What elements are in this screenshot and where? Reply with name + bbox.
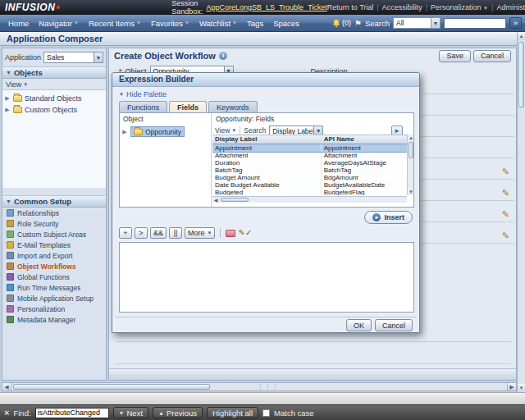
menu-home[interactable]: Home xyxy=(3,17,34,30)
table-row[interactable]: Budgeted BudgetedFlag xyxy=(212,189,407,195)
table-row[interactable]: BatchTag BatchTag xyxy=(212,167,407,174)
menu-watchlist[interactable]: Watchlist▼ xyxy=(194,17,242,30)
expand-icon[interactable]: ▶ xyxy=(121,129,128,135)
expand-icon[interactable]: ▶ xyxy=(4,95,11,102)
accessibility-link[interactable]: Accessibility xyxy=(382,3,422,11)
cancel-button[interactable]: Cancel xyxy=(473,50,511,62)
sidebar-item-run-time-messages[interactable]: Run Time Messages xyxy=(2,282,106,293)
table-row[interactable]: Appointment Appointment xyxy=(212,144,407,152)
notifications-button[interactable]: (0) xyxy=(332,19,351,28)
sidebar-item-email-templates[interactable]: E-Mail Templates xyxy=(2,240,106,250)
column-header-api-name[interactable]: API Name xyxy=(322,135,407,144)
page-vertical-scrollbar[interactable]: ▲ ▼ xyxy=(517,32,525,392)
scroll-up-icon[interactable]: ▲ xyxy=(518,32,525,40)
edit-icon[interactable]: ✎ xyxy=(502,231,509,240)
page-horizontal-scrollbar[interactable]: ◀ ⋮⋮⋮ ▶ xyxy=(2,382,517,391)
scroll-down-icon[interactable]: ▼ xyxy=(518,384,525,392)
sidebar-item-personalization[interactable]: Personalization xyxy=(2,304,106,314)
global-search-input[interactable] xyxy=(444,18,506,29)
administration-menu[interactable]: Administration ▼ xyxy=(496,3,525,11)
scrollbar-thumb[interactable] xyxy=(221,198,249,202)
table-horizontal-scrollbar[interactable]: ◀ xyxy=(212,196,407,203)
menu-spaces[interactable]: Spaces xyxy=(268,17,304,30)
scroll-down-icon[interactable]: ▼ xyxy=(408,189,414,195)
dialog-actions: OK Cancel xyxy=(346,319,413,331)
scrollbar-thumb[interactable] xyxy=(13,384,210,390)
objects-panel-title: Objects xyxy=(14,68,43,77)
match-case-checkbox[interactable] xyxy=(262,409,270,417)
operator-plus-button[interactable]: + xyxy=(119,227,132,239)
sidebar-item-import-export[interactable]: Import and Export xyxy=(2,250,106,261)
search-scope-dropdown[interactable]: All ▼ xyxy=(393,17,441,29)
more-operators-button[interactable]: More ▼ xyxy=(185,227,215,239)
application-dropdown[interactable]: Sales ▼ xyxy=(43,52,103,63)
close-icon[interactable]: × xyxy=(4,409,9,418)
ok-button[interactable]: OK xyxy=(346,319,372,331)
fields-view-menu[interactable]: View ▼ xyxy=(215,126,236,135)
background-form-rows: ✎ ✎ ✎ ✎ xyxy=(421,73,514,244)
expression-textarea[interactable] xyxy=(119,242,414,313)
collapse-icon[interactable]: ▼ xyxy=(6,70,11,75)
menu-favorites[interactable]: Favorites▼ xyxy=(146,17,194,30)
search-go-button[interactable]: » xyxy=(509,17,522,29)
operator-or-button[interactable]: || xyxy=(169,227,182,239)
scroll-up-icon[interactable]: ▲ xyxy=(408,135,414,141)
session-sandbox-link[interactable]: AppCoreLongSB_LS_Trouble_Ticket xyxy=(206,3,326,11)
dialog-cancel-button[interactable]: Cancel xyxy=(375,319,413,331)
objects-view-menu[interactable]: View ▼ xyxy=(2,79,106,90)
personalization-menu[interactable]: Personalization ▼ xyxy=(431,3,488,11)
table-row[interactable]: Budget Amount BdgAmount xyxy=(212,174,407,181)
tree-item-standard-objects[interactable]: ▶ Standard Objects xyxy=(4,93,104,104)
return-to-trial-link[interactable]: Return to Trial xyxy=(327,3,374,11)
sidebar-item-custom-subject-areas[interactable]: Custom Subject Areas xyxy=(2,229,106,240)
edit-icon[interactable]: ✎ xyxy=(502,167,509,176)
table-row[interactable]: Date Budget Available BudgetAvailableDat… xyxy=(212,181,407,189)
tab-fields[interactable]: Fields xyxy=(169,101,207,113)
edit-icon[interactable]: ✎ xyxy=(502,210,509,218)
collapse-icon[interactable]: ▼ xyxy=(6,199,11,204)
operator-and-button[interactable]: && xyxy=(150,227,167,239)
scroll-left-icon[interactable]: ◀ xyxy=(212,197,219,203)
scroll-left-icon[interactable]: ◀ xyxy=(2,383,11,390)
save-button[interactable]: Save xyxy=(439,50,471,62)
flag-icon[interactable]: ⚑ xyxy=(354,19,362,28)
menu-navigator[interactable]: Navigator▼ xyxy=(34,17,84,30)
sidebar-item-object-workflows[interactable]: Object Workflows xyxy=(2,261,106,272)
column-header-display-label[interactable]: Display Label xyxy=(212,135,322,144)
table-row[interactable]: Attachment Attachment xyxy=(212,152,407,159)
hide-palette-link[interactable]: ▼ Hide Palette xyxy=(119,90,167,98)
insert-button[interactable]: ▸ Insert xyxy=(364,211,413,224)
menu-recent-items[interactable]: Recent Items▼ xyxy=(84,17,146,30)
tab-functions[interactable]: Functions xyxy=(119,101,167,113)
operator-greater-than-button[interactable]: > xyxy=(135,227,148,239)
find-next-button[interactable]: ▼ Next xyxy=(113,407,148,418)
info-icon[interactable]: i xyxy=(219,52,227,60)
table-row[interactable]: Duration AverageDaysAtStage xyxy=(212,159,407,167)
validate-icon[interactable]: ✎✓ xyxy=(238,228,252,238)
sidebar-item-mobile-application-setup[interactable]: Mobile Application Setup xyxy=(2,293,106,304)
table-vertical-scrollbar[interactable]: ▲ ▼ xyxy=(407,135,413,195)
find-input[interactable] xyxy=(35,408,109,418)
splitter-grip[interactable]: ⋮⋮⋮ xyxy=(257,384,279,390)
menu-tags-label: Tags xyxy=(247,19,263,28)
expand-icon[interactable]: ▶ xyxy=(4,107,11,113)
scrollbar-thumb[interactable] xyxy=(409,142,413,158)
erase-icon[interactable] xyxy=(226,230,235,237)
tree-item-custom-objects[interactable]: ▶ Custom Objects xyxy=(4,104,104,116)
menu-tags[interactable]: Tags xyxy=(242,17,268,30)
mobile-application-setup-icon xyxy=(7,294,14,302)
highlight-all-button[interactable]: Highlight all xyxy=(207,407,258,418)
fields-pane: Opportunity: Fields View ▼ Search Displa… xyxy=(212,113,413,207)
tab-keywords[interactable]: Keywords xyxy=(208,101,258,113)
sidebar-item-global-functions[interactable]: Global Functions xyxy=(2,272,106,282)
find-previous-button[interactable]: ▲ Previous xyxy=(153,407,203,418)
sidebar-item-metadata-manager[interactable]: Metadata Manager xyxy=(2,314,106,325)
sidebar-item-relationships[interactable]: Relationships xyxy=(2,208,106,218)
tree-item-opportunity[interactable]: ▶ Opportunity xyxy=(121,126,209,137)
objects-panel-header: ▼ Objects xyxy=(2,66,106,79)
sidebar-item-role-security[interactable]: Role Security xyxy=(2,218,106,229)
scrollbar-thumb[interactable] xyxy=(518,42,524,107)
edit-icon[interactable]: ✎ xyxy=(502,189,509,197)
folder-icon xyxy=(13,95,22,102)
scroll-right-icon[interactable]: ▶ xyxy=(507,383,516,390)
